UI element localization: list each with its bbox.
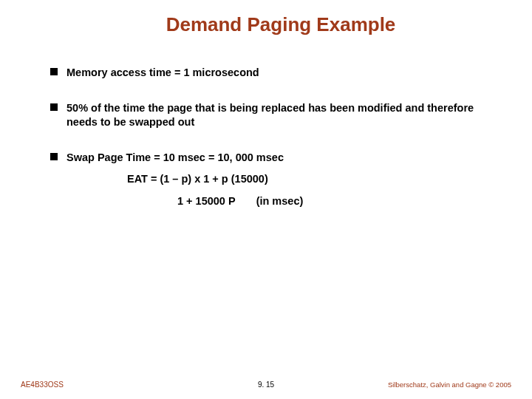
footer-left: AE4B33OSS (21, 381, 64, 389)
slide: Demand Paging Example Memory access time… (0, 0, 532, 399)
slide-title: Demand Paging Example (30, 13, 502, 36)
bullet-3-text: Swap Page Time = 10 msec = 10, 000 msec (66, 151, 284, 163)
eat-formula-line1: EAT = (1 – p) x 1 + p (15000) (127, 172, 502, 187)
bullet-3: Swap Page Time = 10 msec = 10, 000 msec … (50, 151, 502, 209)
eat-formula-line2: 1 + 15000 P(in msec) (177, 194, 502, 209)
bullet-2: 50% of the time the page that is being r… (50, 101, 502, 130)
footer-right: Silberschatz, Galvin and Gagne © 2005 (388, 381, 511, 389)
footer: AE4B33OSS 9. 15 Silberschatz, Galvin and… (0, 381, 532, 389)
bullet-1: Memory access time = 1 microsecond (50, 66, 502, 81)
bullet-list: Memory access time = 1 microsecond 50% o… (30, 66, 502, 208)
eat-formula-line2a: 1 + 15000 P (177, 195, 236, 207)
footer-center: 9. 15 (258, 381, 274, 389)
eat-formula-line2b: (in msec) (256, 195, 304, 207)
